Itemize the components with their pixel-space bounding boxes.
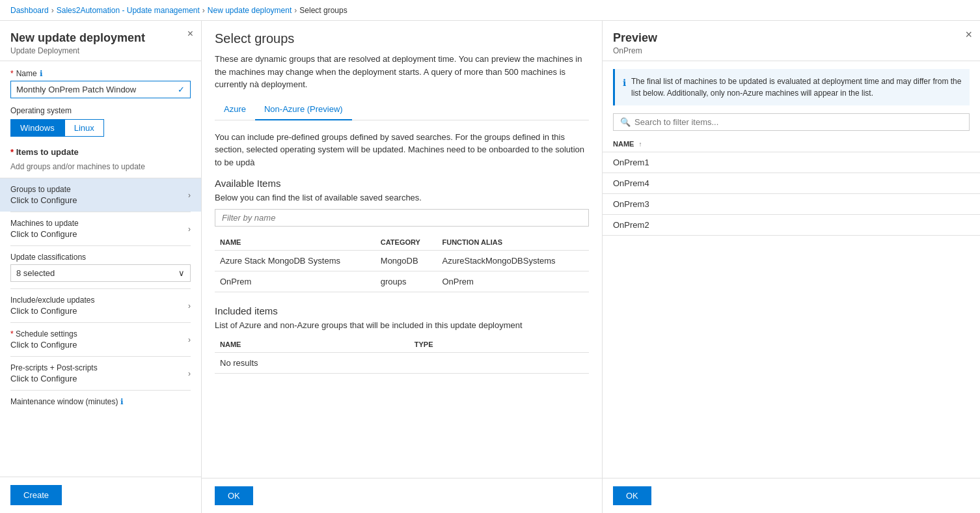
col-category: CATEGORY — [375, 234, 437, 251]
row-category: groups — [375, 271, 437, 292]
preview-row: OnPrem2 — [603, 215, 980, 236]
breadcrumb-current: Select groups — [299, 6, 347, 15]
col-included-name: NAME — [215, 337, 409, 353]
no-results-cell: No results — [215, 353, 589, 374]
breadcrumb-update-management[interactable]: Sales2Automation - Update management — [57, 6, 200, 15]
right-content: NAME ↑ OnPrem1OnPrem4OnPrem3OnPrem2 — [603, 136, 980, 478]
name-field-label: * Name ℹ — [10, 69, 191, 78]
available-items-desc: Below you can find the list of available… — [215, 193, 589, 202]
breadcrumb-dashboard[interactable]: Dashboard — [10, 6, 49, 15]
select-groups-description: These are dynamic groups that are resolv… — [215, 53, 589, 91]
prescripts-item[interactable]: Pre-scripts + Post-scripts Click to Conf… — [10, 356, 191, 390]
table-row[interactable]: Azure Stack MongoDB Systems MongoDB Azur… — [215, 251, 589, 271]
available-items-title: Available Items — [215, 178, 589, 189]
col-included-type: TYPE — [409, 337, 589, 353]
new-update-deployment-title: New update deployment — [10, 31, 191, 45]
breadcrumb: Dashboard › Sales2Automation - Update ma… — [0, 0, 980, 21]
preview-subtitle: OnPrem — [613, 46, 970, 55]
include-exclude-chevron-icon: › — [188, 301, 191, 311]
right-panel: Preview OnPrem × ℹ The final list of mac… — [603, 21, 980, 513]
groups-chevron-icon: › — [188, 191, 191, 200]
name-info-icon[interactable]: ℹ — [40, 69, 43, 78]
schedule-settings-item[interactable]: * Schedule settings Click to Configure › — [10, 322, 191, 356]
info-circle-icon: ℹ — [623, 76, 626, 99]
maintenance-label: Maintenance window (minutes) ℹ — [10, 397, 191, 406]
no-results-row: No results — [215, 353, 589, 374]
right-panel-header: Preview OnPrem × — [603, 21, 980, 61]
left-panel-close-button[interactable]: × — [187, 29, 193, 39]
col-function-alias: FUNCTION ALIAS — [437, 234, 590, 251]
filter-input[interactable] — [215, 209, 589, 227]
preview-info-box: ℹ The final list of machines to be updat… — [613, 69, 970, 105]
middle-footer: OK — [202, 478, 602, 513]
tab-non-azure[interactable]: Non-Azure (Preview) — [255, 99, 352, 120]
row-name: OnPrem — [215, 271, 375, 292]
middle-header: Select groups These are dynamic groups t… — [202, 21, 602, 99]
preview-title: Preview — [613, 31, 970, 45]
items-to-update-desc: Add groups and/or machines to update — [10, 162, 191, 171]
left-panel: New update deployment Update Deployment … — [0, 21, 202, 513]
preview-machine-name: OnPrem2 — [603, 215, 980, 236]
search-container: 🔍 — [603, 113, 980, 136]
os-windows-button[interactable]: Windows — [10, 119, 64, 137]
schedule-chevron-icon: › — [188, 335, 191, 344]
left-panel-footer: Create — [0, 477, 201, 513]
left-panel-content: * Name ℹ Monthly OnPrem Patch Window ✓ O… — [0, 61, 201, 477]
included-items-desc: List of Azure and non-Azure groups that … — [215, 320, 589, 330]
tabs-container: Azure Non-Azure (Preview) — [215, 99, 589, 120]
preview-row: OnPrem1 — [603, 152, 980, 173]
name-input[interactable]: Monthly OnPrem Patch Window ✓ — [10, 81, 191, 98]
classifications-label: Update classifications — [10, 253, 191, 262]
prescripts-chevron-icon: › — [188, 369, 191, 378]
items-to-update-heading: * Items to update — [10, 147, 191, 157]
row-alias: OnPrem — [437, 271, 590, 292]
search-input[interactable] — [634, 117, 962, 127]
select-groups-title: Select groups — [215, 31, 589, 46]
os-buttons: Windows Linux — [10, 119, 191, 137]
preview-row: OnPrem4 — [603, 173, 980, 194]
machines-to-update-item[interactable]: Machines to update Click to Configure › — [10, 212, 191, 245]
table-row[interactable]: OnPrem groups OnPrem — [215, 271, 589, 292]
preview-table: NAME ↑ OnPrem1OnPrem4OnPrem3OnPrem2 — [603, 136, 980, 236]
dropdown-chevron-icon: ∨ — [178, 268, 185, 278]
maintenance-info-icon[interactable]: ℹ — [120, 397, 124, 406]
middle-ok-button[interactable]: OK — [215, 486, 253, 505]
row-alias: AzureStackMongoDBSystems — [437, 251, 590, 271]
classifications-dropdown[interactable]: 8 selected ∨ — [10, 264, 191, 282]
preview-row: OnPrem3 — [603, 194, 980, 215]
right-panel-footer: OK — [603, 478, 980, 513]
tab-azure[interactable]: Azure — [215, 99, 255, 120]
row-category: MongoDB — [375, 251, 437, 271]
col-name: NAME — [215, 234, 375, 251]
os-linux-button[interactable]: Linux — [64, 119, 104, 137]
middle-panel: Select groups These are dynamic groups t… — [202, 21, 603, 513]
left-panel-header: New update deployment Update Deployment … — [0, 21, 201, 61]
middle-content: You can include pre-defined groups defin… — [202, 120, 602, 478]
preview-ok-button[interactable]: OK — [613, 486, 651, 505]
update-deployment-subtitle: Update Deployment — [10, 46, 191, 55]
row-name: Azure Stack MongoDB Systems — [215, 251, 375, 271]
included-items-title: Included items — [215, 305, 589, 316]
search-icon: 🔍 — [620, 117, 631, 127]
preview-col-name: NAME ↑ — [603, 136, 980, 152]
search-box-wrapper: 🔍 — [613, 113, 970, 131]
sort-arrow-icon: ↑ — [638, 141, 642, 148]
non-azure-description: You can include pre-defined groups defin… — [215, 131, 589, 169]
preview-machine-name: OnPrem3 — [603, 194, 980, 215]
os-section-label: Operating system — [10, 106, 191, 115]
preview-info-text: The final list of machines to be updated… — [631, 76, 962, 99]
include-exclude-item[interactable]: Include/exclude updates Click to Configu… — [10, 288, 191, 322]
available-items-table: NAME CATEGORY FUNCTION ALIAS Azure Stack… — [215, 234, 589, 292]
preview-close-button[interactable]: × — [965, 29, 972, 40]
preview-machine-name: OnPrem1 — [603, 152, 980, 173]
create-button[interactable]: Create — [10, 485, 62, 505]
included-items-table: NAME TYPE No results — [215, 337, 589, 374]
breadcrumb-new-update-deployment[interactable]: New update deployment — [208, 6, 292, 15]
preview-machine-name: OnPrem4 — [603, 173, 980, 194]
machines-chevron-icon: › — [188, 225, 191, 234]
groups-to-update-item[interactable]: Groups to update Click to Configure › — [0, 178, 201, 212]
